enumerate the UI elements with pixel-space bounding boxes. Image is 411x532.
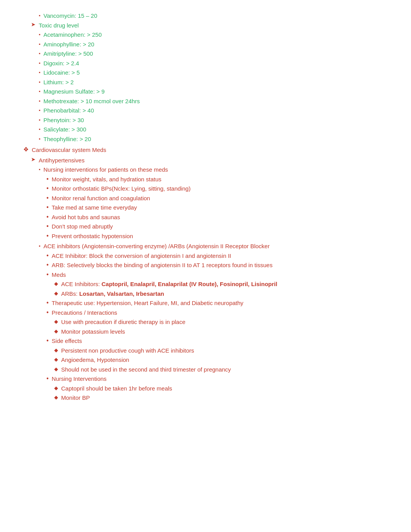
round-bullet-icon: • — [46, 261, 49, 268]
square-bullet-icon: ▪ — [39, 167, 40, 172]
square-bullet-icon: ▪ — [39, 60, 40, 66]
item-text: Methotrexate: > 10 mcmol over 24hrs — [43, 97, 396, 106]
arrow-icon: ➤ — [31, 156, 36, 162]
sub-diamond-bullet-icon: ◆ — [54, 366, 58, 372]
list-item: ▪ Methotrexate: > 10 mcmol over 24hrs — [23, 97, 396, 106]
list-item: ◆ Should not be used in the second and t… — [23, 365, 396, 374]
round-bullet-icon: • — [46, 213, 49, 220]
list-item: ◆ ARBs: Losartan, Valsartan, Irbesartan — [23, 290, 396, 298]
list-item: ◆ Use with precaution if diuretic therap… — [23, 318, 396, 327]
list-item: • Take med at same time everyday — [23, 203, 396, 212]
item-text: Prevent orthostatic hypotension — [52, 232, 396, 241]
item-text: Take med at same time everyday — [52, 203, 396, 212]
item-text: Monitor potassium levels — [61, 327, 396, 336]
list-item: • Don't stop med abruptly — [23, 222, 396, 231]
list-item: ◆ Monitor potassium levels — [23, 327, 396, 336]
arrow-item-antihyp: ➤ Antihypertensives — [23, 156, 396, 165]
list-item: ◆ Monitor BP — [23, 394, 396, 402]
list-item: • Therapeutic use: Hypertension, Heart F… — [23, 299, 396, 308]
sub-diamond-bullet-icon: ◆ — [54, 281, 58, 286]
list-item-nursing-interventions: • Nursing Interventions — [23, 375, 396, 384]
list-item: ▪ Aminophylline: > 20 — [23, 40, 396, 49]
main-content: ▪ Vancomycin: 15 – 20 ➤ Toxic drug level… — [15, 12, 396, 402]
list-item: ◆ ACE Inhibitors: Captopril, Enalapril, … — [23, 280, 396, 289]
item-text: Salicylate: > 300 — [43, 125, 396, 134]
item-text: Avoid hot tubs and saunas — [52, 213, 396, 222]
list-item-nursing: ▪ Nursing interventions for patients on … — [23, 165, 396, 174]
item-text: Therapeutic use: Hypertension, Heart Fai… — [52, 299, 396, 308]
item-text: Lithium: > 2 — [43, 78, 396, 87]
list-item-ace: ▪ ACE inhibitors (Angiotensin-converting… — [23, 242, 396, 251]
arrow-icon: ➤ — [31, 21, 36, 27]
item-text: Amitriptyline: > 500 — [43, 49, 396, 58]
list-item: ▪ Amitriptyline: > 500 — [23, 49, 396, 58]
item-text: Digoxin: > 2.4 — [43, 59, 396, 68]
diamond-label: Cardiovascular system Meds — [32, 146, 396, 155]
square-bullet-icon: ▪ — [39, 107, 40, 113]
square-bullet-icon: ▪ — [39, 70, 40, 75]
sub-diamond-bullet-icon: ◆ — [54, 356, 58, 362]
item-text: Side effects — [52, 337, 396, 346]
list-item: ◆ Persistent non productive cough with A… — [23, 346, 396, 355]
round-bullet-icon: • — [46, 299, 49, 306]
round-bullet-icon: • — [46, 337, 49, 344]
list-item: ▪ Phenytoin: > 30 — [23, 116, 396, 125]
list-item: • Prevent orthostatic hypotension — [23, 232, 396, 241]
square-bullet-icon: ▪ — [39, 51, 40, 56]
round-bullet-icon: • — [46, 175, 49, 182]
item-text: Use with precaution if diuretic therapy … — [61, 318, 396, 327]
square-bullet-icon: ▪ — [39, 32, 40, 37]
item-text: Monitor orthostatic BPs(Nclex: Lying, si… — [52, 184, 396, 193]
list-item: • ARB: Selectively blocks the binding of… — [23, 261, 396, 270]
item-text: Nursing Interventions — [52, 375, 396, 384]
list-item: ▪ Acetaminophen: > 250 — [23, 31, 396, 39]
list-item: ▪ Lithium: > 2 — [23, 78, 396, 87]
round-bullet-icon: • — [46, 252, 49, 259]
sub-diamond-bullet-icon: ◆ — [54, 385, 58, 391]
square-bullet-icon: ▪ — [39, 13, 40, 18]
sub-diamond-bullet-icon: ◆ — [54, 328, 58, 334]
list-item-side-effects: • Side effects — [23, 337, 396, 346]
list-item: • Monitor renal function and coagulation — [23, 194, 396, 203]
arrow-label: Antihypertensives — [39, 156, 396, 165]
list-item-precautions: • Precautions / Interactions — [23, 309, 396, 317]
list-item: • Avoid hot tubs and saunas — [23, 213, 396, 222]
square-bullet-icon: ▪ — [39, 89, 40, 94]
round-bullet-icon: • — [46, 271, 49, 278]
sub-diamond-bullet-icon: ◆ — [54, 394, 58, 400]
diamond-item-cardio: ❖ Cardiovascular system Meds — [23, 146, 396, 155]
list-item: • ACE Inhibitor: Block the conversion of… — [23, 252, 396, 261]
square-bullet-icon: ▪ — [39, 79, 40, 85]
round-bullet-icon: • — [46, 309, 49, 316]
square-bullet-icon: ▪ — [39, 136, 40, 142]
item-text: Monitor weight, vitals, and hydration st… — [52, 175, 396, 184]
square-bullet-icon: ▪ — [39, 98, 40, 104]
item-text: ACE Inhibitors: Captopril, Enalapril, En… — [61, 280, 396, 289]
square-bullet-icon: ▪ — [39, 126, 40, 132]
round-bullet-icon: • — [46, 375, 49, 382]
item-text: Vancomycin: 15 – 20 — [43, 12, 396, 20]
list-item: ▪ Vancomycin: 15 – 20 — [23, 12, 396, 20]
list-item: ◆ Captopril should be taken 1hr before m… — [23, 384, 396, 393]
square-bullet-icon: ▪ — [39, 41, 40, 47]
list-item: • Monitor orthostatic BPs(Nclex: Lying, … — [23, 184, 396, 193]
item-text: Magnesium Sulfate: > 9 — [43, 87, 396, 96]
item-text: ACE inhibitors (Angiotensin-converting e… — [43, 242, 396, 251]
round-bullet-icon: • — [46, 184, 49, 192]
list-item: ▪ Theophylline: > 20 — [23, 135, 396, 144]
list-item: ▪ Phenobarbital: > 40 — [23, 106, 396, 115]
item-text: Acetaminophen: > 250 — [43, 31, 396, 39]
item-text: Phenytoin: > 30 — [43, 116, 396, 125]
sub-diamond-bullet-icon: ◆ — [54, 290, 58, 296]
sub-diamond-bullet-icon: ◆ — [54, 347, 58, 353]
round-bullet-icon: • — [46, 194, 49, 201]
item-text: Meds — [52, 271, 396, 280]
item-text: Nursing interventions for patients on th… — [43, 165, 396, 174]
round-bullet-icon: • — [46, 222, 49, 230]
item-text: ARB: Selectively blocks the binding of a… — [52, 261, 396, 270]
item-text: Persistent non productive cough with ACE… — [61, 346, 396, 355]
sub-diamond-bullet-icon: ◆ — [54, 319, 58, 324]
item-text: Captopril should be taken 1hr before mea… — [61, 384, 396, 393]
list-item: ▪ Magnesium Sulfate: > 9 — [23, 87, 396, 96]
item-text: Monitor BP — [61, 394, 396, 402]
